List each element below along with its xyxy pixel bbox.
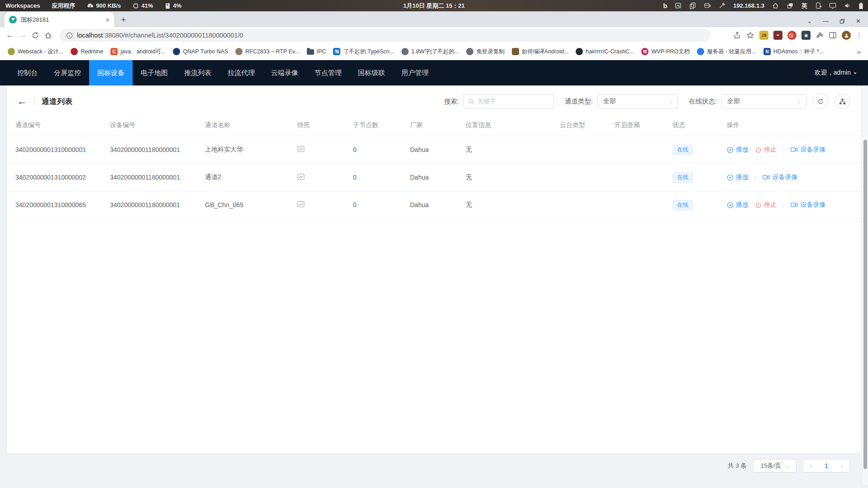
nav-item-2[interactable]: 分屏监控 — [46, 60, 89, 85]
cpu-usage-indicator[interactable]: 41% — [133, 2, 153, 9]
refresh-button[interactable] — [813, 94, 828, 109]
home-button[interactable] — [42, 29, 54, 42]
prev-page-button[interactable]: ‹ — [810, 462, 812, 469]
online-status-select[interactable]: 全部 ⌄ — [721, 94, 806, 109]
table-header-row: 通道编号设备编号通道名称快照子节点数厂家位置信息云台类型开启音频状态操作 — [7, 115, 861, 136]
battery-tray-icon[interactable] — [858, 2, 863, 9]
current-page-button[interactable]: 1 — [825, 462, 828, 469]
letter-icon: C — [110, 48, 118, 55]
play-button[interactable]: 播放 — [727, 146, 749, 154]
bookmark-star-icon[interactable] — [746, 31, 754, 39]
bookmark-item[interactable]: Redmine — [67, 46, 106, 57]
scrollbar-track[interactable] — [863, 85, 868, 485]
stop-button[interactable]: 停止 — [755, 146, 777, 154]
input-language-indicator[interactable]: 英 — [801, 2, 807, 10]
extension-js-icon[interactable]: JS — [759, 31, 768, 40]
extension-mask-icon[interactable]: •• — [773, 31, 782, 40]
tree-view-button[interactable] — [835, 94, 850, 109]
bookmark-item[interactable]: NHDAtmos :: 种子 *... — [760, 46, 827, 57]
nav-item-5[interactable]: 推流列表 — [176, 60, 219, 85]
new-tab-button[interactable]: + — [118, 14, 129, 26]
browser-menu-icon[interactable]: ⋮ — [856, 31, 863, 39]
bookmark-item[interactable]: hairrrrr/C-CrashC... — [572, 46, 637, 57]
play-button[interactable]: 播放 — [727, 201, 749, 209]
reload-button[interactable] — [29, 29, 42, 42]
stop-button[interactable]: 停止 — [755, 201, 777, 209]
back-arrow-button[interactable]: ← — [17, 96, 27, 106]
coffee-tray-icon[interactable] — [704, 2, 711, 9]
channel-name-cell: 上地科实大华 — [197, 146, 289, 154]
bookmark-item[interactable]: QNAP Turbo NAS — [170, 46, 231, 57]
side-panel-icon[interactable] — [829, 31, 837, 39]
url-address-bar[interactable]: localhost:38080/#/channelList/3402000000… — [60, 29, 711, 42]
clock[interactable]: 1月10日 星期二 15：21 — [403, 2, 465, 10]
window-restore-button[interactable] — [839, 19, 845, 24]
bookmark-item[interactable]: Cjava、android可... — [107, 46, 169, 57]
tab-close-icon[interactable]: × — [106, 17, 110, 23]
extension-capture-icon[interactable]: ▣ — [801, 31, 811, 40]
home-tray-icon[interactable] — [772, 2, 779, 9]
volume-tray-icon[interactable] — [844, 2, 851, 9]
phone-link-tray-icon[interactable] — [815, 2, 821, 9]
table-row: 3402000000131000000134020000001180000001… — [7, 136, 861, 164]
channel-table: 通道编号设备编号通道名称快照子节点数厂家位置信息云台类型开启音频状态操作 340… — [7, 115, 861, 219]
device-id-cell: 34020000001180000001 — [102, 201, 197, 208]
nav-item-7[interactable]: 云端录像 — [263, 60, 306, 85]
back-button[interactable]: ← — [4, 29, 16, 42]
bookmark-item[interactable]: 服务器 - 轻量应用... — [694, 46, 759, 57]
share-icon[interactable] — [733, 31, 741, 39]
device-record-button[interactable]: 设备录像 — [763, 173, 797, 181]
next-page-button[interactable]: › — [841, 462, 843, 469]
bookmark-item[interactable]: 免登录复制 — [463, 46, 508, 57]
bookmark-item[interactable]: RFC2833 – RTP Ev... — [232, 46, 303, 57]
nav-item-4[interactable]: 电子地图 — [133, 60, 176, 85]
page-size-select[interactable]: 15条/页 ⌄ — [753, 459, 796, 473]
color-picker-tray-icon[interactable] — [719, 2, 725, 9]
play-button[interactable]: 播放 — [727, 173, 749, 181]
forward-button[interactable]: → — [16, 29, 29, 42]
nav-item-3[interactable]: 国标设备 — [89, 60, 133, 85]
profile-avatar[interactable] — [842, 31, 851, 40]
search-label: 搜索: — [444, 97, 459, 106]
tab-search-icon[interactable]: ⌄ — [807, 18, 812, 24]
bookmark-item[interactable]: Webstack - 设计... — [5, 46, 67, 57]
device-record-button[interactable]: 设备录像 — [791, 146, 825, 154]
extension-adblock-icon[interactable]: ⃠ — [787, 31, 796, 40]
site-info-icon[interactable] — [66, 32, 73, 39]
bing-tray-icon[interactable]: b — [663, 2, 667, 9]
applications-menu[interactable]: 应用程序 — [52, 2, 75, 10]
window-minimize-button[interactable]: — — [823, 18, 829, 24]
tab-title: 国标28181 — [21, 16, 102, 24]
search-input[interactable]: 关键字 — [463, 94, 554, 109]
channel-type-select[interactable]: 全部 ⌄ — [597, 94, 678, 109]
bookmark-item[interactable]: IPC — [304, 47, 329, 57]
ip-address[interactable]: 192.168.1.3 — [733, 2, 764, 9]
scrollbar-thumb[interactable] — [863, 140, 867, 469]
user-menu[interactable]: 欢迎，admin ▾ — [815, 69, 868, 77]
workspaces-button[interactable]: Workspaces — [5, 2, 40, 9]
bookmark-item[interactable]: 知了不起的 TypeScri... — [330, 46, 397, 57]
window-close-button[interactable]: ✕ — [856, 18, 861, 24]
network-speed-indicator[interactable]: 900 KB/s — [87, 2, 121, 9]
screenshot-tray-icon[interactable] — [675, 2, 682, 9]
bookmarks-overflow-icon[interactable]: » — [857, 48, 863, 56]
bookmark-item[interactable]: 1.8W字|了不起的... — [398, 46, 462, 57]
snapshot-placeholder-icon — [297, 173, 305, 180]
windows-tray-icon[interactable] — [787, 2, 794, 9]
bookmark-label: WVP-PRO文档 — [651, 48, 690, 56]
display-tray-icon[interactable] — [829, 2, 836, 9]
browser-tab[interactable]: 国标28181 × — [5, 12, 114, 27]
device-record-button[interactable]: 设备录像 — [791, 201, 825, 209]
nav-item-9[interactable]: 国标级联 — [350, 60, 393, 85]
bookmark-item[interactable]: WWVP-PRO文档 — [638, 46, 693, 57]
nav-item-10[interactable]: 用户管理 — [393, 60, 437, 85]
bookmark-item[interactable]: 如何编译Android... — [509, 46, 572, 57]
nav-item-6[interactable]: 拉流代理 — [219, 60, 263, 85]
clipboard-tray-icon[interactable] — [689, 2, 696, 9]
nav-item-1[interactable]: 控制台 — [9, 60, 46, 85]
children-count-cell: 0 — [345, 174, 402, 181]
extensions-puzzle-icon[interactable] — [816, 31, 824, 39]
channel-id-cell: 34020000001310000001 — [7, 146, 102, 153]
memory-usage-indicator[interactable]: 4% — [165, 2, 181, 9]
nav-item-8[interactable]: 节点管理 — [306, 60, 350, 85]
